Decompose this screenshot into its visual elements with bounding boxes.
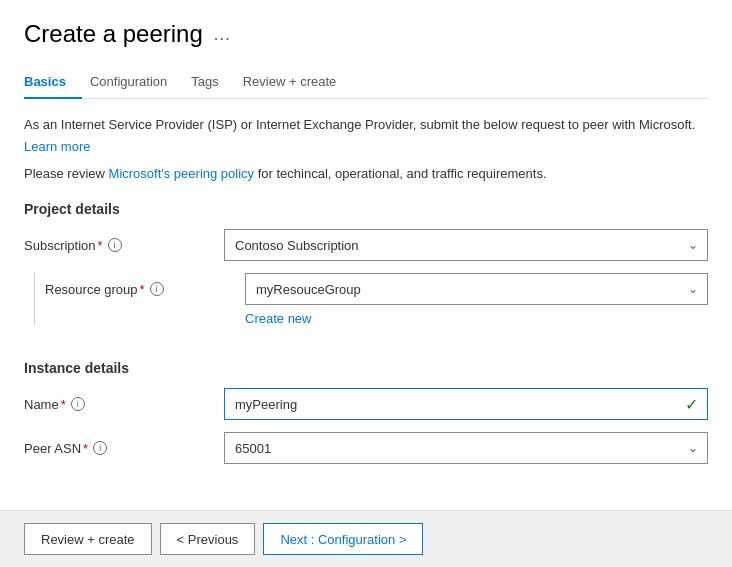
create-new-link[interactable]: Create new (245, 311, 708, 326)
subscription-row: Subscription * i Contoso Subscription ⌄ (24, 229, 708, 261)
page-title: Create a peering (24, 20, 203, 48)
project-details-section: Project details Subscription * i Contoso… (24, 201, 708, 336)
resource-group-required: * (140, 282, 145, 297)
name-valid-icon: ✓ (685, 395, 698, 414)
resource-group-indent: Resource group * i myResouceGroup ⌄ Crea (24, 273, 708, 336)
tab-basics[interactable]: Basics (24, 66, 82, 99)
name-required: * (61, 397, 66, 412)
instance-details-section: Instance details Name * i ✓ Peer ASN * i (24, 360, 708, 464)
resource-group-input-col: myResouceGroup ⌄ (245, 273, 708, 305)
subscription-dropdown[interactable]: Contoso Subscription (224, 229, 708, 261)
peer-asn-dropdown[interactable]: 65001 (224, 432, 708, 464)
description-main: As an Internet Service Provider (ISP) or… (24, 115, 708, 135)
resource-group-info-icon[interactable]: i (150, 282, 164, 296)
peer-asn-dropdown-wrapper: 65001 ⌄ (224, 432, 708, 464)
resource-group-dropdown[interactable]: myResouceGroup (245, 273, 708, 305)
tab-review-create[interactable]: Review + create (243, 66, 353, 99)
peer-asn-row: Peer ASN * i 65001 ⌄ (24, 432, 708, 464)
tab-configuration[interactable]: Configuration (90, 66, 183, 99)
peer-asn-info-icon[interactable]: i (93, 441, 107, 455)
resource-group-label: Resource group (45, 282, 138, 297)
peer-asn-input-col: 65001 ⌄ (224, 432, 708, 464)
subscription-dropdown-wrapper: Contoso Subscription ⌄ (224, 229, 708, 261)
name-row: Name * i ✓ (24, 388, 708, 420)
name-label: Name (24, 397, 59, 412)
subscription-info-icon[interactable]: i (108, 238, 122, 252)
resource-group-row: Resource group * i myResouceGroup ⌄ (45, 273, 708, 305)
subscription-input-col: Contoso Subscription ⌄ (224, 229, 708, 261)
resource-group-dropdown-wrapper: myResouceGroup ⌄ (245, 273, 708, 305)
review-create-button[interactable]: Review + create (24, 523, 152, 555)
resource-group-block: Resource group * i myResouceGroup ⌄ Crea (45, 273, 708, 336)
name-input-col: ✓ (224, 388, 708, 420)
peer-asn-label: Peer ASN (24, 441, 81, 456)
instance-details-title: Instance details (24, 360, 708, 376)
policy-text: Please review Microsoft's peering policy… (24, 164, 708, 184)
tab-tags[interactable]: Tags (191, 66, 234, 99)
tab-bar: Basics Configuration Tags Review + creat… (24, 66, 708, 99)
previous-button[interactable]: < Previous (160, 523, 256, 555)
name-input[interactable] (224, 388, 708, 420)
footer: Review + create < Previous Next : Config… (0, 510, 732, 567)
learn-more-link[interactable]: Learn more (24, 139, 90, 154)
peer-asn-required: * (83, 441, 88, 456)
peering-policy-link[interactable]: Microsoft's peering policy (109, 166, 255, 181)
name-info-icon[interactable]: i (71, 397, 85, 411)
more-icon[interactable]: … (213, 24, 231, 45)
subscription-label: Subscription (24, 238, 96, 253)
next-configuration-button[interactable]: Next : Configuration > (263, 523, 423, 555)
subscription-required: * (98, 238, 103, 253)
project-details-title: Project details (24, 201, 708, 217)
